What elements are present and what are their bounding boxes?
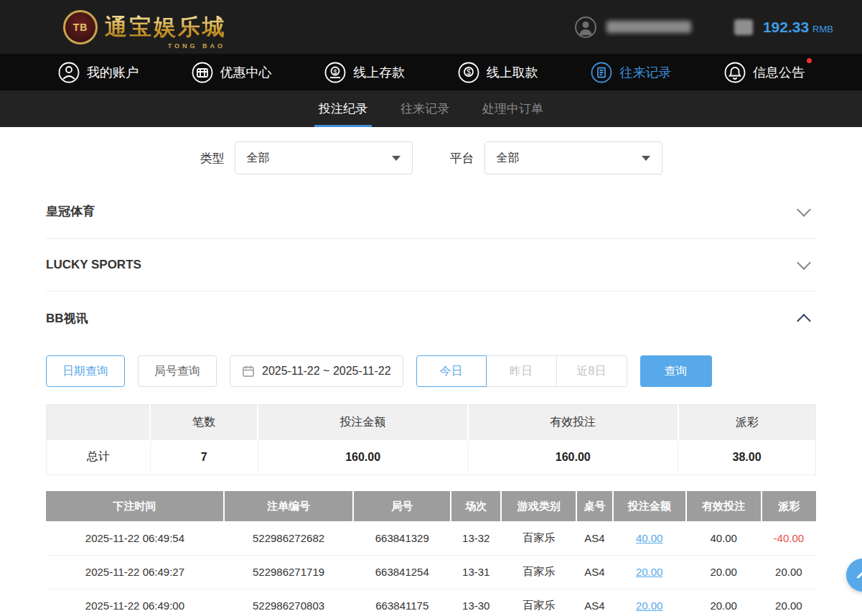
username-blurred <box>606 21 691 33</box>
nav-item-records[interactable]: 往来记录 <box>590 61 671 84</box>
page: TB 通宝娱乐城 TONG BAO 192.33 RMB 我的账户 <box>0 0 862 616</box>
user-avatar-icon[interactable] <box>575 17 596 38</box>
quick-today-button[interactable]: 今日 <box>416 355 487 387</box>
section-huangguan-sports[interactable]: 皇冠体育 <box>46 185 816 239</box>
logo-title: 通宝娱乐城 <box>105 12 227 42</box>
bet-amount-link[interactable]: 20.00 <box>636 599 663 612</box>
summary-bet-amount: 160.00 <box>258 440 468 475</box>
bell-icon <box>723 61 746 84</box>
notification-red-dot <box>807 58 812 63</box>
summary-payout: 38.00 <box>678 440 816 475</box>
search-button[interactable]: 查询 <box>640 355 712 387</box>
cell-table: AS4 <box>576 555 612 589</box>
nav-label: 信息公告 <box>753 64 805 81</box>
summary-header-valid: 有效投注 <box>468 405 678 440</box>
quick-yesterday-button[interactable]: 昨日 <box>487 355 557 387</box>
cell-round: 663841329 <box>353 521 451 555</box>
cell-order: 522986271719 <box>224 555 353 589</box>
main-nav: 我的账户 优惠中心 $ 线上存款 <box>0 54 862 90</box>
cell-game: 百家乐 <box>501 589 576 616</box>
cell-game: 百家乐 <box>501 521 576 555</box>
col-bet-amount: 投注金额 <box>613 491 686 521</box>
svg-text:$: $ <box>334 67 337 75</box>
section-lucky-sports[interactable]: LUCKY SPORTS <box>46 239 816 291</box>
bet-records-table: 下注时间 注单编号 局号 场次 游戏类别 桌号 投注金额 有效投注 派彩 202… <box>46 491 816 616</box>
date-range-value: 2025-11-22 ~ 2025-11-22 <box>262 365 391 378</box>
balance-amount: 192.33 <box>763 19 809 36</box>
cell-session: 13-30 <box>451 589 501 616</box>
logo-subtitle: TONG BAO <box>168 42 225 50</box>
summary-header-count: 笔数 <box>150 405 258 440</box>
cell-table: AS4 <box>576 589 612 616</box>
filter-row: 类型 全部 平台 全部 <box>46 127 816 185</box>
balance[interactable]: 192.33 RMB <box>763 19 833 36</box>
tab-bet-records[interactable]: 投注纪录 <box>319 90 367 127</box>
nav-item-my-account[interactable]: 我的账户 <box>57 61 139 84</box>
col-bet-time: 下注时间 <box>46 491 224 521</box>
summary-count: 7 <box>150 440 258 475</box>
summary-table: 笔数 投注金额 有效投注 派彩 总计 7 160.00 160.00 38.00 <box>46 404 816 475</box>
nav-item-withdraw[interactable]: $ 线上取款 <box>457 61 538 84</box>
bet-amount-link[interactable]: 20.00 <box>636 566 663 578</box>
table-row: 2025-11-22 06:49:27 522986271719 6638412… <box>46 555 816 589</box>
type-filter-label: 类型 <box>200 150 225 167</box>
cell-round: 663841175 <box>353 589 451 616</box>
table-row: 2025-11-22 06:49:54 522986272682 6638413… <box>46 521 816 555</box>
col-game-type: 游戏类别 <box>501 491 576 521</box>
chevron-up-icon <box>857 571 862 584</box>
summary-header-bet: 投注金额 <box>258 405 468 440</box>
balance-currency: RMB <box>812 24 833 34</box>
sub-nav: 投注纪录 往来记录 处理中订单 <box>0 90 862 127</box>
cell-game: 百家乐 <box>501 555 576 589</box>
col-table-no: 桌号 <box>576 491 612 521</box>
tab-pending-orders[interactable]: 处理中订单 <box>482 90 543 127</box>
calendar-icon <box>242 365 255 378</box>
col-order-id: 注单编号 <box>224 491 353 521</box>
cell-time: 2025-11-22 06:49:54 <box>46 521 224 555</box>
cell-order: 522986270803 <box>224 589 353 616</box>
nav-item-announcements[interactable]: 信息公告 <box>723 61 805 84</box>
tab-transaction-records[interactable]: 往来记录 <box>400 90 449 127</box>
col-session: 场次 <box>451 491 501 521</box>
chevron-down-icon <box>642 156 650 161</box>
section-bb-video[interactable]: BB视讯 <box>46 291 816 345</box>
chevron-down-icon <box>797 202 811 217</box>
withdraw-icon: $ <box>457 61 480 84</box>
cell-time: 2025-11-22 06:49:00 <box>46 589 224 616</box>
section-title: 皇冠体育 <box>46 203 95 220</box>
col-valid-bet: 有效投注 <box>686 491 762 521</box>
nav-label: 往来记录 <box>619 64 671 81</box>
promo-icon <box>191 61 214 84</box>
quick-last8days-button[interactable]: 近8日 <box>557 355 627 387</box>
nav-item-deposit[interactable]: $ 线上存款 <box>324 61 405 84</box>
records-icon <box>590 61 613 84</box>
cell-payout: 20.00 <box>762 555 816 589</box>
chevron-down-icon <box>797 256 811 270</box>
cell-table: AS4 <box>576 521 612 555</box>
summary-header-payout: 派彩 <box>678 405 816 440</box>
nav-item-promotions[interactable]: 优惠中心 <box>191 61 272 84</box>
platform-select[interactable]: 全部 <box>484 141 662 174</box>
nav-label: 优惠中心 <box>220 64 272 81</box>
logo-badge-icon: TB <box>63 10 98 45</box>
chevron-down-icon <box>392 156 400 161</box>
bet-amount-link[interactable]: 40.00 <box>636 532 663 544</box>
deposit-icon: $ <box>324 61 347 84</box>
col-payout: 派彩 <box>762 491 816 521</box>
cell-session: 13-31 <box>451 555 501 589</box>
wallet-icon <box>734 19 753 35</box>
user-icon <box>57 61 80 84</box>
date-range-picker[interactable]: 2025-11-22 ~ 2025-11-22 <box>230 355 403 387</box>
round-query-button[interactable]: 局号查询 <box>138 355 217 387</box>
type-select[interactable]: 全部 <box>235 141 413 174</box>
cell-payout: 20.00 <box>762 589 816 616</box>
cell-payout: -40.00 <box>762 521 816 555</box>
detail-header-row: 下注时间 注单编号 局号 场次 游戏类别 桌号 投注金额 有效投注 派彩 <box>46 491 816 521</box>
col-round-id: 局号 <box>353 491 451 521</box>
site-logo[interactable]: TB 通宝娱乐城 TONG BAO <box>63 10 227 45</box>
cell-valid: 20.00 <box>686 555 762 589</box>
cell-time: 2025-11-22 06:49:27 <box>46 555 224 589</box>
content: 类型 全部 平台 全部 皇冠体育 LUCKY SPORTS <box>0 127 862 616</box>
top-header: TB 通宝娱乐城 TONG BAO 192.33 RMB <box>0 0 862 54</box>
date-query-button[interactable]: 日期查询 <box>46 355 125 387</box>
